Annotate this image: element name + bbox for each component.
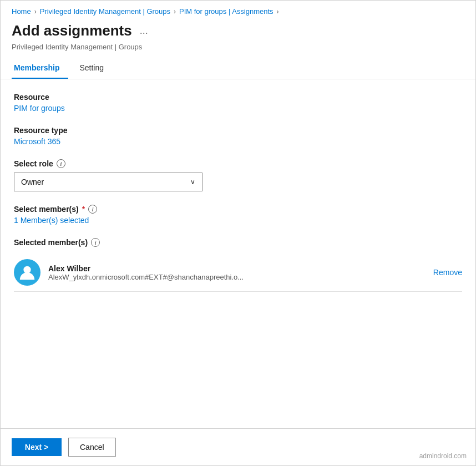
resource-type-value: Microsoft 365 [14,137,60,146]
resource-value[interactable]: PIM for groups [14,104,65,113]
svg-point-0 [23,266,31,273]
page-title: Add assignments [12,22,132,39]
members-selected-link[interactable]: 1 Member(s) selected [14,216,89,225]
resource-label: Resource [14,93,462,102]
member-row: Alex Wilber AlexW_ylxdh.onmicrosoft.com#… [14,254,462,292]
tab-setting[interactable]: Setting [77,58,113,79]
resource-section: Resource PIM for groups [14,93,462,113]
cancel-button[interactable]: Cancel [68,438,116,457]
more-options-button[interactable]: ... [136,24,151,38]
member-name: Alex Wilber [48,264,426,273]
selected-members-label-text: Selected member(s) [14,238,88,247]
select-members-label-text: Select member(s) [14,205,79,214]
breadcrumb-sep-1: › [34,8,37,16]
selected-members-info-icon[interactable]: i [91,238,100,247]
page-subtitle: Privileged Identity Management | Groups [1,43,475,58]
member-info: Alex Wilber AlexW_ylxdh.onmicrosoft.com#… [48,264,426,281]
watermark: admindroid.com [419,452,467,460]
remove-member-link[interactable]: Remove [433,268,462,277]
breadcrumb-assignments[interactable]: PIM for groups | Assignments [179,7,274,16]
resource-type-section: Resource type Microsoft 365 [14,126,462,146]
select-role-section: Select role i Owner ∨ [14,159,462,191]
select-members-section: Select member(s) * i 1 Member(s) selecte… [14,205,462,225]
select-role-info-icon[interactable]: i [57,159,65,168]
required-indicator: * [82,205,85,214]
role-dropdown-value: Owner [21,178,44,186]
next-button[interactable]: Next > [12,438,62,456]
selected-members-section: Selected member(s) i Alex Wilber AlexW_y… [14,238,462,292]
resource-type-label: Resource type [14,126,462,135]
footer: Next > Cancel [1,428,475,465]
tab-membership[interactable]: Membership [12,58,68,79]
page-header: Add assignments ... [1,20,475,43]
breadcrumb: Home › Privileged Identity Management | … [1,1,475,20]
select-role-label-text: Select role [14,159,53,168]
form-content: Resource PIM for groups Resource type Mi… [1,79,475,428]
breadcrumb-home[interactable]: Home [12,7,31,16]
role-dropdown[interactable]: Owner ∨ [14,173,202,191]
chevron-down-icon: ∨ [190,178,195,186]
member-email: AlexW_ylxdh.onmicrosoft.com#EXT#@shancha… [48,273,426,281]
tabs-container: Membership Setting [1,58,475,79]
breadcrumb-pim-groups[interactable]: Privileged Identity Management | Groups [40,7,170,16]
breadcrumb-sep-2: › [174,8,176,16]
select-members-info-icon[interactable]: i [88,205,97,214]
breadcrumb-sep-3: › [277,8,279,16]
avatar [14,259,40,286]
